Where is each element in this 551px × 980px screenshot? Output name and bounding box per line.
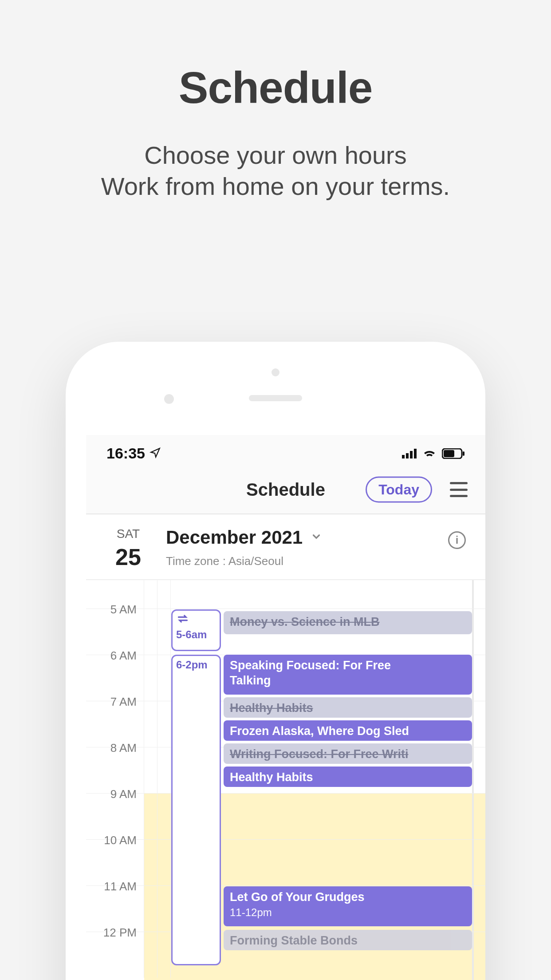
app-screen: 16:35 [86, 435, 485, 980]
repeat-icon [176, 613, 216, 627]
time-slot-label: 5-6am [176, 628, 207, 640]
phone-sensor-dot [164, 394, 174, 404]
event-title-cont: Talking [230, 674, 271, 687]
month-column: December 2021 Time zone : Asia/Seoul [157, 527, 468, 568]
location-arrow-icon [150, 445, 161, 462]
svg-rect-3 [414, 449, 417, 458]
event-frozen-alaska[interactable]: Frozen Alaska, Where Dog Sled [224, 720, 472, 741]
phone-speaker [249, 395, 302, 401]
hour-label: 9 AM [86, 787, 144, 833]
promo-subtitle: Choose your own hours Work from home on … [0, 140, 551, 202]
time-slot-5-6am[interactable]: 5-6am [171, 609, 221, 651]
event-healthy-habits-2[interactable]: Healthy Habits [224, 767, 472, 787]
info-icon: i [456, 534, 459, 546]
wifi-icon [422, 448, 437, 459]
day-column: SAT 25 [99, 527, 157, 570]
nav-title: Schedule [246, 480, 325, 500]
svg-rect-1 [406, 453, 409, 458]
time-range-column: 5-6am 6-2pm [171, 580, 221, 980]
promo-title: Schedule [0, 0, 551, 113]
time-slot-6-2pm[interactable]: 6-2pm [171, 655, 221, 965]
month-picker[interactable]: December 2021 [166, 527, 468, 548]
schedule-grid[interactable]: 5 AM 6 AM 7 AM 8 AM 9 AM [86, 580, 485, 980]
battery-icon [442, 448, 465, 459]
event-speaking-focused[interactable]: Speaking Focused: For Free Talking [224, 655, 472, 695]
event-title: Healthy Habits [230, 701, 313, 715]
hour-label: 6 AM [86, 649, 144, 695]
svg-rect-0 [402, 455, 405, 458]
event-money-vs-science[interactable]: Money vs. Science in MLB [224, 611, 472, 634]
event-title: Let Go of Your Grudges [230, 890, 365, 904]
phone-mockup: 16:35 [66, 342, 485, 980]
time-slot-label: 6-2pm [176, 659, 208, 671]
cellular-signal-icon [402, 449, 417, 458]
event-title: Forming Stable Bonds [230, 934, 358, 947]
hour-label: 8 AM [86, 741, 144, 787]
month-label: December 2021 [166, 527, 303, 548]
event-title: Frozen Alaska, Where Dog Sled [230, 724, 409, 738]
today-button[interactable]: Today [366, 477, 432, 503]
status-right [402, 448, 465, 459]
timezone-label: Time zone : Asia/Seoul [166, 554, 468, 568]
event-title: Healthy Habits [230, 771, 313, 784]
event-writing-focused[interactable]: Writing Focused: For Free Writi [224, 743, 472, 764]
event-column: Money vs. Science in MLB Speaking Focuse… [224, 580, 472, 980]
menu-button[interactable] [450, 482, 468, 497]
nav-bar: Schedule Today [86, 466, 485, 514]
promo-sub-line1: Choose your own hours [144, 141, 406, 169]
hour-label: 10 AM [86, 834, 144, 879]
event-title: Writing Focused: For Free Writi [230, 747, 409, 761]
phone-camera-dot [272, 368, 279, 376]
date-header: SAT 25 December 2021 Time zone : Asia/Se… [86, 514, 485, 580]
event-title: Speaking Focused: For Free [230, 659, 391, 672]
event-time: 11-12pm [230, 906, 272, 918]
promo-sub-line2: Work from home on your terms. [101, 172, 450, 200]
event-title: Money vs. Science in MLB [230, 615, 380, 628]
svg-rect-5 [463, 451, 464, 456]
svg-rect-6 [444, 450, 454, 457]
chevron-down-icon [311, 531, 322, 544]
svg-rect-2 [410, 451, 413, 458]
event-forming-bonds[interactable]: Forming Stable Bonds [224, 930, 472, 950]
event-let-go-grudges[interactable]: Let Go of Your Grudges 11-12pm [224, 886, 472, 926]
status-bar: 16:35 [86, 435, 485, 466]
status-time: 16:35 [106, 445, 145, 462]
hour-label: 5 AM [86, 603, 144, 648]
info-button[interactable]: i [448, 531, 466, 549]
event-healthy-habits-1[interactable]: Healthy Habits [224, 697, 472, 718]
day-of-week: SAT [99, 527, 157, 541]
hour-label: 11 AM [86, 880, 144, 925]
hour-label: 7 AM [86, 695, 144, 741]
day-number: 25 [99, 544, 157, 570]
hamburger-icon [450, 482, 468, 484]
hour-label: 12 PM [86, 926, 144, 972]
status-left: 16:35 [106, 445, 161, 462]
